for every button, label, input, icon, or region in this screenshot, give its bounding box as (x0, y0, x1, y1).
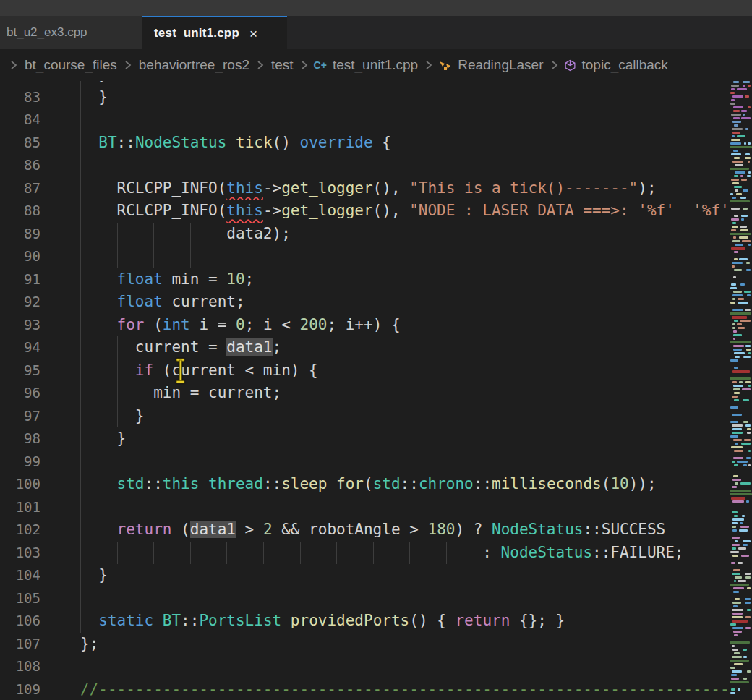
code-line-99[interactable]: 99 (0, 451, 729, 474)
code-line-89[interactable]: 89 data2); (0, 223, 729, 246)
minimap-line (740, 175, 743, 177)
code-line-109[interactable]: 109//-----------------------------------… (0, 678, 729, 700)
code-line-97[interactable]: 97 } (0, 405, 729, 428)
minimap-line (735, 443, 738, 445)
code-line-92[interactable]: 92 float current; (0, 291, 729, 314)
tab-bt_u2_ex3[interactable]: bt_u2_ex3.cpp (0, 16, 142, 49)
token: current; (163, 293, 245, 310)
minimap-line (745, 573, 751, 575)
token (80, 612, 98, 629)
code-line-96[interactable]: 96 min = current; (0, 382, 729, 405)
code-line-108[interactable]: 108 (0, 655, 729, 678)
minimap-line (735, 189, 738, 192)
code-line-106[interactable]: 106 static BT::PortsList providedPorts()… (0, 610, 729, 633)
minimap-line (730, 233, 751, 235)
code-line-102[interactable]: 102 return (data1 > 2 && robotAngle > 18… (0, 518, 729, 542)
minimap-line (747, 609, 751, 611)
token: current = (80, 338, 226, 356)
minimap-line (739, 258, 748, 260)
minimap[interactable] (729, 81, 752, 700)
minimap-line (745, 128, 748, 130)
indent-guide (80, 587, 81, 610)
code-line-83[interactable]: 83 } (0, 86, 729, 109)
code-line-84[interactable]: 84 (0, 108, 729, 132)
minimap-line (748, 244, 751, 246)
minimap-line (745, 157, 751, 159)
code-line-100[interactable]: 100 std::this_thread::sleep_for(std::chr… (0, 473, 729, 496)
minimap-line (734, 515, 738, 517)
title-bar (0, 0, 752, 16)
minimap-line (746, 262, 750, 264)
chevron-right-icon (424, 59, 434, 71)
code-editor[interactable]: 82 }83 }8485 BT::NodeStatus tick() overr… (0, 81, 752, 700)
minimap-line (738, 298, 745, 300)
code-line-86[interactable]: 86 (0, 154, 729, 177)
code-text: min = current; (80, 382, 281, 405)
breadcrumb-item-test_unit1.cpp[interactable]: test_unit1.cpp (333, 57, 418, 73)
minimap-line (740, 283, 745, 286)
code-line-104[interactable]: 104 } (0, 564, 729, 587)
tab-test_unit1[interactable]: test_unit1.cpp × (142, 16, 287, 49)
cpp-icon: C+ (314, 59, 327, 71)
token: data1 (190, 521, 236, 538)
breadcrumb-item-behaviortree_ros2[interactable]: behaviortree_ros2 (139, 57, 249, 73)
breadcrumb-item-bt_course_files[interactable]: bt_course_files (25, 57, 117, 73)
minimap-line (734, 450, 743, 452)
line-number: 106 (0, 610, 40, 633)
minimap-line (730, 287, 736, 289)
breadcrumb-item-topic_callback[interactable]: topic_callback (582, 57, 668, 73)
code-line-91[interactable]: 91 float min = 10; (0, 268, 729, 291)
minimap-line (743, 464, 747, 466)
code-line-107[interactable]: 107}; (0, 633, 729, 656)
minimap-line (733, 334, 742, 336)
code-line-95[interactable]: 95 if (current < min) { (0, 359, 729, 383)
minimap-line (747, 175, 751, 177)
indent-guide (190, 245, 191, 268)
token: "This is a tick()-------" (409, 179, 638, 197)
code-line-93[interactable]: 93 for (int i = 0; i < 200; i++) { (0, 314, 729, 337)
minimap-line (743, 656, 746, 658)
minimap-line (732, 555, 738, 557)
minimap-line (733, 475, 738, 477)
code-line-88[interactable]: 88 RCLCPP_INFO(this->get_logger(), "NODE… (0, 200, 729, 223)
minimap-line (738, 327, 745, 329)
minimap-line (733, 110, 740, 112)
code-line-103[interactable]: 103 : NodeStatus::FAILURE; (0, 542, 729, 565)
code-line-105[interactable]: 105 (0, 587, 729, 610)
minimap-line (732, 511, 738, 513)
code-line-87[interactable]: 87 RCLCPP_INFO(this->get_logger(), "This… (0, 177, 729, 200)
breadcrumb-item-test[interactable]: test (271, 57, 294, 73)
line-number: 89 (0, 223, 40, 246)
minimap-line (737, 461, 748, 463)
minimap-line (732, 518, 744, 521)
token: this (226, 202, 263, 219)
code-text: static BT::PortsList providedPorts() { r… (80, 610, 565, 633)
token: NodeStatus (492, 521, 583, 538)
minimap-line (743, 356, 751, 358)
close-icon[interactable]: × (249, 27, 257, 40)
token: ; (675, 544, 684, 561)
code-line-94[interactable]: 94 current = data1; (0, 336, 729, 359)
code-line-101[interactable]: 101 (0, 496, 729, 519)
code-line-85[interactable]: 85 BT::NodeStatus tick() override { (0, 132, 729, 155)
method-icon (564, 59, 576, 72)
breadcrumb-item-ReadingLaser[interactable]: ReadingLaser (458, 57, 543, 73)
code-line-98[interactable]: 98 } (0, 427, 729, 451)
token (80, 521, 117, 538)
minimap-line (734, 392, 740, 394)
token (80, 270, 117, 288)
minimap-line (732, 428, 743, 430)
minimap-line (733, 569, 740, 571)
minimap-line (734, 175, 739, 177)
minimap-line (735, 598, 740, 600)
minimap-line (735, 171, 746, 174)
code-text: return (data1 > 2 && robotAngle > 180) ?… (80, 518, 665, 542)
token (80, 134, 98, 151)
minimap-line (730, 146, 752, 148)
minimap-line (732, 316, 747, 319)
minimap-line (734, 634, 738, 636)
code-line-90[interactable]: 90 (0, 245, 729, 268)
token: i = (190, 316, 236, 333)
minimap-line (732, 182, 740, 184)
token: return (455, 612, 510, 629)
